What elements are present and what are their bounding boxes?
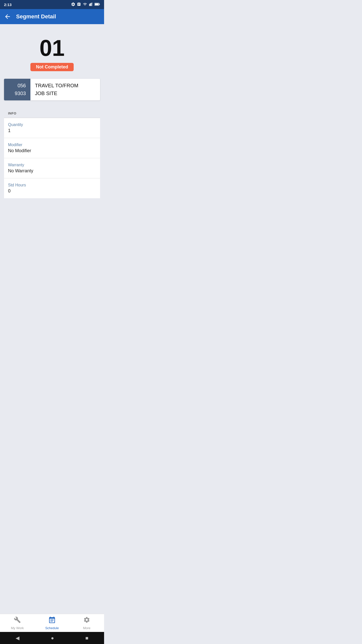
svg-rect-5 [99, 4, 100, 5]
svg-rect-6 [95, 3, 99, 5]
info-item-std-hours: Std Hours 0 [4, 178, 100, 198]
segment-card-codes: 056 9303 [4, 79, 30, 100]
clipboard-status-icon [77, 2, 81, 7]
signal-icon [89, 2, 93, 7]
back-button[interactable] [4, 13, 11, 20]
std-hours-label: Std Hours [8, 183, 96, 187]
info-section: INFO Quantity 1 Modifier No Modifier War… [4, 105, 100, 198]
svg-rect-3 [92, 2, 93, 6]
svg-rect-0 [89, 4, 90, 6]
segment-number-section: 01 Not Completed [4, 32, 100, 79]
std-hours-value: 0 [8, 188, 96, 194]
segment-card-titles: TRAVEL TO/FROM JOB SITE [30, 79, 83, 100]
info-item-quantity: Quantity 1 [4, 118, 100, 138]
status-icons [71, 2, 100, 7]
status-bar: 2:13 [0, 0, 104, 9]
status-time: 2:13 [4, 3, 12, 7]
svg-rect-2 [91, 3, 92, 6]
info-item-modifier: Modifier No Modifier [4, 138, 100, 158]
segment-card: 056 9303 TRAVEL TO/FROM JOB SITE [4, 79, 100, 100]
svg-rect-1 [90, 3, 91, 6]
segment-title-line2: JOB SITE [35, 91, 78, 96]
status-badge: Not Completed [30, 63, 74, 71]
modifier-label: Modifier [8, 143, 96, 147]
wifi-icon [82, 2, 87, 7]
modifier-value: No Modifier [8, 148, 96, 153]
segment-number: 01 [39, 37, 65, 59]
warranty-label: Warranty [8, 163, 96, 167]
main-content: 01 Not Completed 056 9303 TRAVEL TO/FROM… [0, 24, 104, 235]
segment-title-line1: TRAVEL TO/FROM [35, 83, 78, 89]
battery-icon [95, 3, 100, 7]
info-list: Quantity 1 Modifier No Modifier Warranty… [4, 118, 100, 198]
quantity-label: Quantity [8, 123, 96, 127]
quantity-value: 1 [8, 128, 96, 133]
info-section-label: INFO [4, 109, 100, 118]
page-title: Segment Detail [16, 13, 56, 20]
warranty-value: No Warranty [8, 168, 96, 174]
settings-status-icon [71, 2, 75, 7]
segment-code-top: 056 [18, 83, 26, 89]
app-bar: Segment Detail [0, 9, 104, 24]
info-item-warranty: Warranty No Warranty [4, 158, 100, 178]
segment-code-bottom: 9303 [15, 91, 26, 96]
